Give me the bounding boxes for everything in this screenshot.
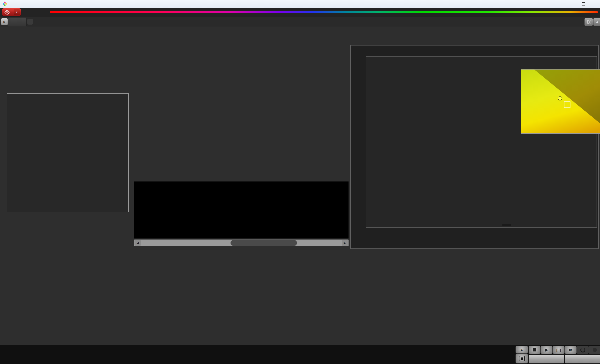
collapse-panel-button[interactable]: ◀ [593,18,600,26]
play-button[interactable]: ▶ [541,346,553,354]
read-series-button[interactable]: [··] [553,346,565,354]
app-icon [2,2,7,6]
rgb-triplet-label [502,224,511,226]
pattern-up-button[interactable]: ▲ [515,346,528,354]
logo-dropdown-chevron-icon[interactable]: ▼ [14,9,20,15]
add-tab-button[interactable] [27,19,33,25]
play-icon: ▶ [545,348,548,352]
close-button[interactable] [589,0,600,8]
settings-button[interactable] [584,18,593,26]
history-play-button[interactable]: ▶ [1,18,8,25]
brand-bar: ▼ [0,8,600,17]
stop-button[interactable] [529,346,541,354]
record-icon [593,348,597,352]
pattern-window-icon [519,356,525,361]
continuous-read-button[interactable]: ∞ [565,346,577,354]
pattern-window-button[interactable] [515,354,528,363]
maximize-icon [582,2,585,5]
calman-logo-button[interactable]: ▼ [2,8,21,16]
maximize-button[interactable] [578,0,589,8]
stop-icon [533,348,536,351]
tab-bar: ▶ ◀ [0,17,600,26]
calman-diamond-icon [4,9,10,15]
scroll-left-arrow-icon[interactable]: ◀ [134,240,141,246]
refresh-icon [580,348,585,352]
cie-1931-panel [350,45,599,249]
inset-target-square [564,101,570,108]
window-titlebar [0,0,600,8]
record-button[interactable] [589,346,600,354]
tab-history-1[interactable] [8,17,27,26]
next-button[interactable] [565,355,600,363]
deltae-bar-chart [7,93,129,212]
patch-swatch-strip [134,181,349,238]
strip-scrollbar[interactable]: ◀ ▶ [134,240,349,246]
back-button[interactable] [529,355,564,363]
scrollbar-thumb[interactable] [231,240,297,246]
read-series-icon: [··] [556,348,561,352]
gear-icon [586,20,591,24]
cie-chromaticity-plot [366,56,597,228]
cie-zoom-inset [521,69,600,134]
rainbow-gradient-strip [50,11,598,13]
refresh-button[interactable] [577,346,589,354]
infinity-icon: ∞ [569,347,573,353]
minimize-button[interactable] [567,0,578,8]
scroll-right-arrow-icon[interactable]: ▶ [342,240,348,246]
bottom-patch-bar: ▲ ▶ [··] ∞ [0,345,600,364]
